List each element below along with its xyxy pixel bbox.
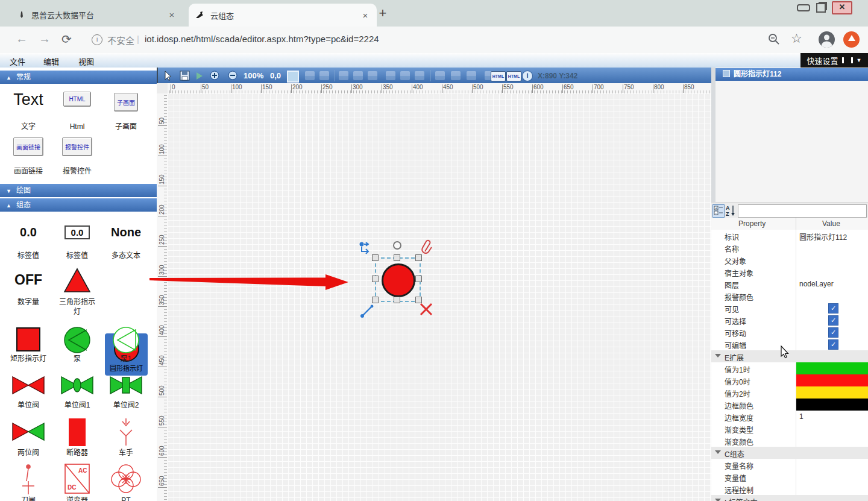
run-icon[interactable] bbox=[197, 72, 203, 80]
resize-handle-s[interactable] bbox=[394, 297, 400, 303]
page-info-icon[interactable]: i bbox=[92, 34, 102, 45]
menu-view[interactable]: 视图 bbox=[78, 55, 94, 67]
save-icon[interactable] bbox=[180, 71, 190, 81]
palette-item-valve[interactable]: 单位阀 bbox=[5, 373, 52, 397]
menu-file[interactable]: 文件 bbox=[10, 55, 25, 67]
section-header-general[interactable]: ▲常规 bbox=[0, 71, 157, 84]
property-row[interactable]: 远程控制 bbox=[711, 483, 868, 496]
property-group-row[interactable]: E扩展 bbox=[711, 350, 868, 363]
back-icon[interactable]: ← bbox=[16, 32, 28, 46]
categorized-view-icon[interactable]: +- bbox=[712, 204, 725, 218]
palette-item-valve1[interactable]: 单位阀1 bbox=[54, 373, 101, 397]
checkbox-checked[interactable] bbox=[828, 339, 838, 350]
property-row[interactable]: 宿主对象 bbox=[711, 266, 868, 279]
minimize-icon[interactable] bbox=[797, 4, 810, 11]
reload-icon[interactable]: ⟳ bbox=[61, 32, 72, 46]
palette-item-pump1[interactable]: 泵1 bbox=[102, 326, 149, 356]
palette-item-knife-switch[interactable]: 刀闸 bbox=[5, 463, 52, 496]
palette-item-pt[interactable]: PT bbox=[102, 463, 149, 496]
palette-item-digital[interactable]: OFF 数字量 bbox=[5, 267, 52, 288]
canvas-grid-icon[interactable] bbox=[287, 71, 299, 83]
bookmark-star-icon[interactable]: ☆ bbox=[791, 31, 802, 46]
palette-item-html[interactable]: HTML Html bbox=[54, 90, 101, 133]
color-swatch[interactable] bbox=[796, 386, 868, 399]
resize-handle-e[interactable] bbox=[415, 276, 422, 282]
property-row[interactable]: 可选择 bbox=[711, 314, 868, 327]
property-row[interactable]: 边框宽度1 bbox=[711, 411, 868, 423]
info-icon[interactable]: i bbox=[522, 71, 533, 81]
object-tree-area[interactable] bbox=[715, 81, 868, 202]
close-icon[interactable]: ✕ bbox=[832, 1, 852, 14]
property-row[interactable]: 值为2时 bbox=[711, 386, 868, 399]
select-cursor-icon[interactable] bbox=[163, 71, 173, 81]
palette-item-subscreen[interactable]: 子画面 子画面 bbox=[102, 90, 149, 133]
property-row[interactable]: 可移动 bbox=[711, 326, 868, 339]
color-swatch[interactable] bbox=[796, 399, 868, 411]
connector-tool-icon[interactable] bbox=[358, 241, 375, 257]
palette-item-pump[interactable]: 泵 bbox=[54, 326, 101, 356]
profile-avatar[interactable] bbox=[819, 31, 835, 48]
palette-item-alarm-control[interactable]: 报警控件 报警控件 bbox=[54, 137, 101, 177]
html-preview-icon[interactable]: HTML bbox=[506, 71, 521, 81]
color-swatch[interactable] bbox=[796, 374, 868, 386]
tab-close-icon[interactable]: × bbox=[166, 10, 177, 20]
resize-handle-w[interactable] bbox=[372, 276, 379, 282]
find-zoom-icon[interactable] bbox=[768, 33, 780, 45]
property-group-row[interactable]: L标签文本 bbox=[711, 495, 868, 501]
property-row[interactable]: 报警颜色 bbox=[711, 290, 868, 303]
checkbox-checked[interactable] bbox=[828, 315, 838, 326]
property-row[interactable]: 可编辑 bbox=[711, 338, 868, 351]
property-row[interactable]: 可见 bbox=[711, 302, 868, 315]
browser-logo-icon[interactable] bbox=[843, 31, 860, 48]
line-tool-icon[interactable] bbox=[359, 302, 376, 319]
property-filter-input[interactable] bbox=[738, 204, 867, 218]
zoom-in-icon[interactable] bbox=[210, 71, 220, 81]
property-row[interactable]: 值为0时 bbox=[711, 374, 868, 387]
palette-item-screen-link[interactable]: 画面链接 画面链接 bbox=[5, 137, 52, 177]
palette-item-rect-indicator[interactable]: 矩形指示灯 bbox=[5, 326, 52, 354]
palette-item-triangle-indicator[interactable]: 三角形指示灯 bbox=[54, 267, 101, 295]
property-row[interactable]: 边框颜色 bbox=[711, 399, 868, 411]
palette-item-text[interactable]: Text 文字 bbox=[5, 90, 52, 133]
checkbox-checked[interactable] bbox=[828, 327, 838, 338]
palette-item-two-position-valve[interactable]: 两位阀 bbox=[5, 418, 52, 444]
color-swatch[interactable] bbox=[796, 362, 868, 374]
quick-settings-button[interactable]: 快速设置 ▼ bbox=[800, 53, 868, 68]
html-export-icon[interactable]: HTML bbox=[491, 71, 506, 81]
palette-item-inverter[interactable]: ACDC 逆变器 bbox=[54, 463, 101, 496]
checkbox-checked[interactable] bbox=[828, 303, 838, 314]
new-tab-button[interactable]: + bbox=[375, 6, 391, 22]
alphabetical-sort-icon[interactable]: AZ bbox=[725, 204, 736, 216]
property-row[interactable]: 父对象 bbox=[711, 254, 868, 266]
section-header-scada[interactable]: ▲组态 bbox=[0, 198, 157, 212]
attachment-paperclip-icon[interactable] bbox=[421, 239, 434, 255]
property-row[interactable]: 渐变类型 bbox=[711, 423, 868, 435]
menu-edit[interactable]: 编辑 bbox=[43, 55, 59, 67]
property-row[interactable]: 图层nodeLayer bbox=[711, 278, 868, 291]
palette-item-tag-value[interactable]: 0.0 标签值 bbox=[5, 225, 52, 239]
url-text[interactable]: iot.idosp.net/html/scada/editor.aspx.htm… bbox=[145, 34, 379, 44]
palette-item-tag-value-boxed[interactable]: 0.0 标签值 bbox=[54, 225, 101, 239]
property-group-row[interactable]: C组态 bbox=[711, 447, 868, 459]
restore-icon[interactable] bbox=[816, 3, 826, 13]
forward-icon[interactable]: → bbox=[39, 32, 51, 46]
property-row[interactable]: 名称 bbox=[711, 242, 868, 254]
selected-object-header[interactable]: 圆形指示灯112 bbox=[715, 68, 868, 81]
property-row[interactable]: 值为1时 bbox=[711, 362, 868, 375]
zoom-out-icon[interactable] bbox=[228, 71, 238, 81]
palette-item-multistate-text[interactable]: None 多态文本 bbox=[102, 225, 149, 239]
column-divider[interactable] bbox=[796, 218, 796, 230]
section-header-drawing[interactable]: ▼绘图 bbox=[0, 184, 157, 197]
property-row[interactable]: 变量值 bbox=[711, 471, 868, 484]
palette-item-valve2[interactable]: 单位阀2 bbox=[102, 373, 149, 397]
design-canvas[interactable] bbox=[168, 93, 711, 501]
resize-handle-n[interactable] bbox=[394, 254, 400, 261]
delete-x-icon[interactable] bbox=[420, 303, 433, 316]
resize-handle-ne[interactable] bbox=[415, 254, 422, 261]
property-row[interactable]: 渐变颜色 bbox=[711, 435, 868, 447]
property-row[interactable]: 变量名称 bbox=[711, 459, 868, 471]
browser-tab-2-active[interactable]: 云组态 × bbox=[189, 4, 377, 27]
tab-close-icon[interactable]: × bbox=[360, 10, 371, 20]
rotate-handle[interactable] bbox=[393, 241, 401, 250]
property-row[interactable]: 标识圆形指示灯112 bbox=[711, 230, 868, 242]
